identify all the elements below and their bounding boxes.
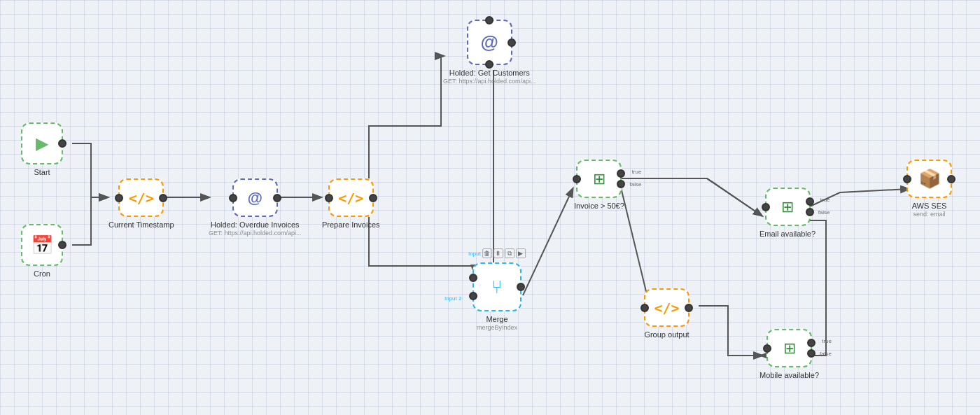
calendar-icon: 📅 [31, 234, 53, 256]
play-icon: ▶ [36, 134, 48, 153]
ho-input-port[interactable] [229, 194, 237, 202]
merge-output-port[interactable] [517, 283, 525, 291]
ho-sublabel: GET: https://api.holded.com/api... [209, 230, 302, 237]
ma-label: Mobile available? [760, 370, 819, 380]
ea-label: Email available? [760, 229, 816, 239]
at-icon: @ [248, 189, 262, 207]
inv-false-label: false [630, 181, 642, 188]
aws-ses-node[interactable]: 📦 AWS SES send: email [906, 160, 952, 218]
invoice-check-node[interactable]: ⊞ true false Invoice > 50€? [574, 160, 624, 211]
aws-label: AWS SES [912, 201, 947, 211]
ts-output-port[interactable] [159, 194, 167, 202]
ea-false-port[interactable] [806, 208, 814, 216]
cron-output-port[interactable] [58, 241, 66, 249]
code2-icon: </> [338, 190, 363, 206]
group-output-node[interactable]: </> Group output [644, 288, 690, 339]
inv-false-port[interactable] [617, 180, 625, 188]
copy-icon[interactable]: ⧉ [505, 248, 514, 258]
email-available-node[interactable]: ⊞ true false Email available? [760, 188, 816, 239]
start-node[interactable]: ▶ Start [21, 122, 63, 177]
ma-false-label: false [820, 351, 832, 357]
input-label: Input [468, 251, 481, 257]
go-input-port[interactable] [640, 304, 649, 312]
inv-input-port[interactable] [573, 175, 581, 183]
ts-input-port[interactable] [115, 194, 123, 202]
cron-node[interactable]: 📅 Cron [21, 224, 63, 279]
code3-icon: </> [654, 300, 679, 316]
hc-output-port[interactable] [507, 38, 516, 47]
ma-false-port[interactable] [807, 349, 816, 358]
pi-label: Prepare Invoices [322, 220, 380, 230]
switch2-icon: ⊞ [781, 198, 794, 216]
inv-label: Invoice > 50€? [574, 201, 624, 211]
ea-true-port[interactable] [806, 197, 814, 206]
ma-true-label: true [822, 338, 832, 344]
start-label: Start [34, 167, 50, 177]
ea-input-port[interactable] [762, 203, 770, 211]
pi-input-port[interactable] [325, 194, 333, 202]
pause-icon[interactable]: ⏸ [493, 248, 503, 258]
ma-input-port[interactable] [763, 344, 771, 353]
play2-icon[interactable]: ▶ [516, 248, 526, 258]
current-timestamp-node[interactable]: </> Current Timestamp [108, 178, 174, 230]
go-label: Group output [644, 330, 689, 339]
inv-true-label: true [632, 169, 642, 175]
aws-sublabel: send: email [913, 211, 945, 218]
merge-node[interactable]: Input 🗑 ⏸ ⧉ ▶ Input 2 ⑂ Merge mergeByInd… [472, 262, 522, 332]
cron-label: Cron [34, 269, 50, 279]
workflow-canvas[interactable]: ▶ Start 📅 Cron </> Current Timestamp @ H… [0, 0, 980, 415]
merge-input2-port[interactable] [469, 292, 477, 300]
input2-label: Input 2 [444, 295, 461, 302]
prepare-invoices-node[interactable]: </> Prepare Invoices [322, 178, 380, 230]
start-output-port[interactable] [58, 139, 66, 148]
holded-overdue-node[interactable]: @ Holded: Overdue Invoices GET: https://… [209, 178, 302, 237]
holded-customers-node[interactable]: @ Holded: Get Customers GET: https://api… [443, 20, 536, 85]
merge-toolbar: Input 🗑 ⏸ ⧉ ▶ [468, 248, 526, 258]
code-icon: </> [129, 190, 154, 206]
inv-true-port[interactable] [617, 169, 625, 178]
go-output-port[interactable] [685, 304, 693, 312]
switch-icon: ⊞ [593, 170, 606, 188]
aws-output-port[interactable] [947, 175, 955, 183]
pi-output-port[interactable] [369, 194, 377, 202]
ho-output-port[interactable] [273, 194, 281, 202]
hc-input-port[interactable] [485, 16, 493, 24]
ho-label: Holded: Overdue Invoices [211, 220, 300, 230]
at2-icon: @ [481, 31, 498, 53]
ea-true-label: true [820, 197, 830, 203]
switch3-icon: ⊞ [783, 339, 796, 358]
merge-sublabel: mergeByIndex [477, 324, 517, 332]
aws-icon: 📦 [918, 168, 941, 190]
mobile-available-node[interactable]: ⊞ true false Mobile available? [760, 329, 819, 380]
aws-input-port[interactable] [903, 175, 911, 183]
trash-icon[interactable]: 🗑 [482, 248, 492, 258]
merge-label: Merge [486, 314, 507, 324]
hc-label: Holded: Get Customers [449, 68, 530, 78]
hc-bottom-port[interactable] [485, 60, 493, 69]
hc-sublabel: GET: https://api.holded.com/api... [443, 78, 536, 85]
ea-false-label: false [818, 209, 830, 216]
ma-true-port[interactable] [807, 339, 816, 347]
ts-label: Current Timestamp [108, 220, 174, 230]
merge-icon: ⑂ [491, 276, 503, 298]
merge-input1-port[interactable] [469, 274, 477, 282]
